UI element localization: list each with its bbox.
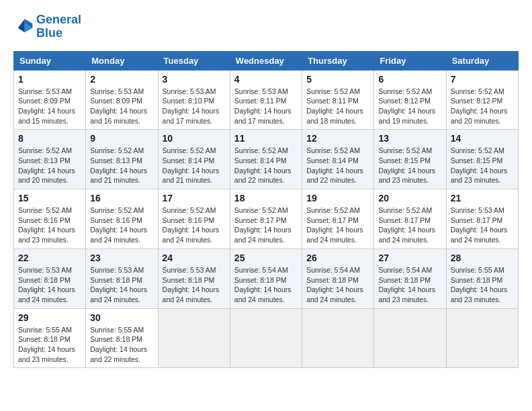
day-number: 6 [378,74,441,85]
day-number: 27 [378,253,441,263]
day-header-sunday: Sunday [14,51,86,70]
calendar-cell: 24 Sunrise: 5:53 AM Sunset: 8:18 PM Dayl… [158,248,230,308]
calendar-cell [446,308,518,368]
calendar-cell: 7 Sunrise: 5:52 AM Sunset: 8:12 PM Dayli… [446,70,518,130]
day-info: Sunrise: 5:55 AM Sunset: 8:18 PM Dayligh… [451,265,514,305]
day-number: 4 [234,74,298,85]
day-info: Sunrise: 5:54 AM Sunset: 8:18 PM Dayligh… [234,265,298,305]
calendar-cell: 1 Sunrise: 5:53 AM Sunset: 8:09 PM Dayli… [14,70,86,130]
calendar-cell [302,308,374,368]
day-info: Sunrise: 5:53 AM Sunset: 8:11 PM Dayligh… [234,87,298,126]
calendar-cell: 28 Sunrise: 5:55 AM Sunset: 8:18 PM Dayl… [446,248,518,308]
calendar-cell: 26 Sunrise: 5:54 AM Sunset: 8:18 PM Dayl… [302,248,374,308]
calendar-cell: 14 Sunrise: 5:52 AM Sunset: 8:15 PM Dayl… [446,130,518,189]
logo-text: General Blue [36,13,81,40]
day-info: Sunrise: 5:53 AM Sunset: 8:09 PM Dayligh… [18,87,81,126]
day-info: Sunrise: 5:52 AM Sunset: 8:16 PM Dayligh… [90,205,153,245]
calendar-cell: 30 Sunrise: 5:55 AM Sunset: 8:18 PM Dayl… [86,308,158,368]
calendar-week-1: 1 Sunrise: 5:53 AM Sunset: 8:09 PM Dayli… [14,70,519,130]
calendar-cell: 19 Sunrise: 5:52 AM Sunset: 8:17 PM Dayl… [302,189,374,249]
day-number: 21 [451,193,514,203]
calendar-cell: 29 Sunrise: 5:55 AM Sunset: 8:18 PM Dayl… [14,308,86,368]
day-info: Sunrise: 5:52 AM Sunset: 8:17 PM Dayligh… [234,205,298,245]
day-header-friday: Friday [374,51,446,70]
calendar-week-3: 15 Sunrise: 5:52 AM Sunset: 8:16 PM Dayl… [14,189,519,249]
calendar-cell: 18 Sunrise: 5:52 AM Sunset: 8:17 PM Dayl… [230,189,302,249]
day-info: Sunrise: 5:55 AM Sunset: 8:18 PM Dayligh… [18,325,81,365]
calendar-week-4: 22 Sunrise: 5:53 AM Sunset: 8:18 PM Dayl… [14,248,519,308]
calendar-cell: 8 Sunrise: 5:52 AM Sunset: 8:13 PM Dayli… [14,130,86,189]
day-number: 17 [163,193,226,203]
calendar-cell: 23 Sunrise: 5:53 AM Sunset: 8:18 PM Dayl… [86,248,158,308]
day-number: 10 [163,133,226,144]
calendar-cell: 16 Sunrise: 5:52 AM Sunset: 8:16 PM Dayl… [86,189,158,249]
day-number: 26 [306,253,369,263]
day-header-wednesday: Wednesday [230,51,302,70]
page-header: General Blue [13,13,519,40]
day-info: Sunrise: 5:53 AM Sunset: 8:18 PM Dayligh… [90,265,153,305]
day-info: Sunrise: 5:52 AM Sunset: 8:13 PM Dayligh… [90,146,153,185]
day-number: 25 [234,253,298,263]
day-number: 16 [90,193,153,203]
calendar-cell: 10 Sunrise: 5:52 AM Sunset: 8:14 PM Dayl… [158,130,230,189]
day-number: 15 [18,193,81,203]
calendar-cell: 13 Sunrise: 5:52 AM Sunset: 8:15 PM Dayl… [374,130,446,189]
day-info: Sunrise: 5:52 AM Sunset: 8:14 PM Dayligh… [163,146,226,185]
day-info: Sunrise: 5:54 AM Sunset: 8:18 PM Dayligh… [306,265,369,305]
calendar-cell: 25 Sunrise: 5:54 AM Sunset: 8:18 PM Dayl… [230,248,302,308]
day-info: Sunrise: 5:52 AM Sunset: 8:17 PM Dayligh… [378,205,441,245]
day-info: Sunrise: 5:52 AM Sunset: 8:17 PM Dayligh… [306,205,369,245]
day-number: 30 [90,312,153,323]
day-number: 5 [306,74,369,85]
day-info: Sunrise: 5:52 AM Sunset: 8:12 PM Dayligh… [378,87,441,126]
day-info: Sunrise: 5:54 AM Sunset: 8:18 PM Dayligh… [378,265,441,305]
day-info: Sunrise: 5:52 AM Sunset: 8:13 PM Dayligh… [18,146,81,185]
calendar-cell: 4 Sunrise: 5:53 AM Sunset: 8:11 PM Dayli… [230,70,302,130]
day-info: Sunrise: 5:52 AM Sunset: 8:16 PM Dayligh… [18,205,81,245]
day-number: 8 [18,133,81,144]
calendar-cell: 27 Sunrise: 5:54 AM Sunset: 8:18 PM Dayl… [374,248,446,308]
day-info: Sunrise: 5:53 AM Sunset: 8:09 PM Dayligh… [90,87,153,126]
day-number: 9 [90,133,153,144]
calendar-cell: 17 Sunrise: 5:52 AM Sunset: 8:16 PM Dayl… [158,189,230,249]
day-number: 13 [378,133,441,144]
day-info: Sunrise: 5:52 AM Sunset: 8:12 PM Dayligh… [451,87,514,126]
calendar-cell [158,308,230,368]
calendar-week-2: 8 Sunrise: 5:52 AM Sunset: 8:13 PM Dayli… [14,130,519,189]
day-number: 19 [306,193,369,203]
calendar-cell: 22 Sunrise: 5:53 AM Sunset: 8:18 PM Dayl… [14,248,86,308]
calendar-cell: 5 Sunrise: 5:52 AM Sunset: 8:11 PM Dayli… [302,70,374,130]
day-info: Sunrise: 5:52 AM Sunset: 8:14 PM Dayligh… [306,146,369,185]
day-number: 14 [451,133,514,144]
logo: General Blue [13,13,81,40]
day-info: Sunrise: 5:52 AM Sunset: 8:14 PM Dayligh… [234,146,298,185]
calendar-cell: 9 Sunrise: 5:52 AM Sunset: 8:13 PM Dayli… [86,130,158,189]
calendar-cell: 6 Sunrise: 5:52 AM Sunset: 8:12 PM Dayli… [374,70,446,130]
day-header-tuesday: Tuesday [158,51,230,70]
day-number: 18 [234,193,298,203]
day-info: Sunrise: 5:52 AM Sunset: 8:15 PM Dayligh… [451,146,514,185]
day-header-thursday: Thursday [302,51,374,70]
day-number: 3 [163,74,226,85]
day-number: 29 [18,312,81,323]
day-number: 20 [378,193,441,203]
day-info: Sunrise: 5:55 AM Sunset: 8:18 PM Dayligh… [90,325,153,365]
calendar-cell: 15 Sunrise: 5:52 AM Sunset: 8:16 PM Dayl… [14,189,86,249]
day-info: Sunrise: 5:52 AM Sunset: 8:16 PM Dayligh… [163,205,226,245]
day-header-monday: Monday [86,51,158,70]
day-number: 23 [90,253,153,263]
day-info: Sunrise: 5:53 AM Sunset: 8:10 PM Dayligh… [163,87,226,126]
day-number: 24 [163,253,226,263]
calendar-week-5: 29 Sunrise: 5:55 AM Sunset: 8:18 PM Dayl… [14,308,519,368]
day-info: Sunrise: 5:53 AM Sunset: 8:18 PM Dayligh… [163,265,226,305]
day-number: 2 [90,74,153,85]
calendar-cell: 3 Sunrise: 5:53 AM Sunset: 8:10 PM Dayli… [158,70,230,130]
day-info: Sunrise: 5:52 AM Sunset: 8:15 PM Dayligh… [378,146,441,185]
day-number: 22 [18,253,81,263]
calendar-header-row: SundayMondayTuesdayWednesdayThursdayFrid… [14,51,519,70]
day-number: 28 [451,253,514,263]
day-number: 12 [306,133,369,144]
day-number: 11 [234,133,298,144]
calendar-cell: 11 Sunrise: 5:52 AM Sunset: 8:14 PM Dayl… [230,130,302,189]
calendar: SundayMondayTuesdayWednesdayThursdayFrid… [13,51,519,369]
